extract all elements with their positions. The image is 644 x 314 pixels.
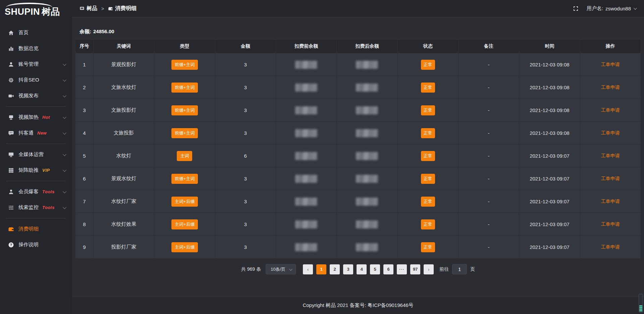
breadcrumb-consumption-detail[interactable]: 消费明细 [108, 5, 137, 12]
sidebar-item-label: 视频发布 [18, 93, 39, 99]
user-menu[interactable]: 用户名: zswodun88 [587, 5, 636, 12]
monitor-icon [8, 151, 14, 158]
cell-balance-after [337, 76, 397, 99]
sidebar-item-label: 操作说明 [18, 242, 39, 248]
column-header: 扣费前余额 [276, 40, 336, 53]
page-button-97[interactable]: 97 [410, 264, 420, 274]
page-button-6[interactable]: 6 [383, 264, 393, 274]
cell-keyword: 水纹灯厂家 [93, 190, 154, 213]
cell-status: 正常 [397, 190, 458, 213]
sidebar-item-badge: Tools [42, 189, 55, 194]
cell-action: 工单申请 [580, 53, 641, 76]
page-size-select[interactable]: 10条/页 [266, 264, 296, 274]
sidebar-item-member-baoke[interactable]: 会员爆客Tools [0, 184, 72, 200]
cell-balance-after [337, 236, 397, 259]
cell-type: 前缀+主词 [154, 167, 215, 190]
sidebar-item-home[interactable]: 首页 [0, 25, 72, 41]
sidebar-item-consumption-detail[interactable]: 消费明细 [0, 221, 72, 237]
sidebar-item-label: 矩阵助推 [18, 167, 39, 173]
masked-value [295, 220, 317, 228]
question-icon: ? [8, 242, 14, 248]
cell-remark: - [458, 53, 519, 76]
cell-balance-after [337, 190, 397, 213]
sidebar-item-media-operation[interactable]: 全媒体运营 [0, 147, 72, 162]
cell-amount: 3 [215, 213, 276, 236]
work-order-apply-link[interactable]: 工单申请 [601, 107, 620, 113]
sidebar-item-label: 视频加热 [18, 114, 39, 120]
cell-time: 2021-12-03 09:08 [519, 99, 580, 122]
sidebar-item-data-overview[interactable]: 数据总览 [0, 41, 72, 56]
sidebar-item-douketong[interactable]: 抖客通New [0, 125, 72, 141]
sidebar-item-label: 线索监控 [18, 204, 39, 211]
column-header: 类型 [154, 40, 215, 53]
table-body: 1景观投影灯前缀+主词3正常-2021-12-03 09:08工单申请2文旅水纹… [75, 53, 641, 259]
masked-value [295, 243, 317, 251]
cell-remark: - [458, 122, 519, 145]
work-order-apply-link[interactable]: 工单申请 [601, 244, 620, 250]
cell-time: 2021-12-03 09:07 [519, 145, 580, 167]
work-order-apply-link[interactable]: 工单申请 [601, 199, 620, 204]
sidebar-item-video-heat[interactable]: 视频加热Hot [0, 109, 72, 125]
masked-value [356, 220, 378, 228]
cell-time: 2021-12-03 09:07 [519, 167, 580, 190]
topbar-right: 用户名: zswodun88 [573, 5, 636, 12]
breadcrumb-separator: > [101, 6, 104, 11]
page-ellipsis-button[interactable]: ··· [397, 264, 407, 274]
work-order-apply-link[interactable]: 工单申请 [601, 221, 620, 227]
cell-keyword: 景观水纹灯 [93, 167, 154, 190]
masked-value [356, 198, 378, 206]
page-button-3[interactable]: 3 [343, 264, 353, 274]
cell-remark: - [458, 145, 519, 167]
page-button-1[interactable]: 1 [316, 264, 326, 274]
work-order-apply-link[interactable]: 工单申请 [601, 85, 620, 90]
cell-keyword: 文旅水纹灯 [93, 76, 154, 99]
cell-status: 正常 [397, 122, 458, 145]
scroll-widget[interactable] [639, 294, 643, 313]
cell-index: 6 [75, 167, 94, 190]
svg-text:?: ? [10, 243, 12, 247]
logo-chinese: 树品 [42, 7, 60, 17]
page-button-2[interactable]: 2 [330, 264, 340, 274]
cell-type: 前缀+主词 [154, 99, 215, 122]
page-button-5[interactable]: 5 [370, 264, 380, 274]
breadcrumb-shupin[interactable]: 树品 [79, 5, 97, 12]
sidebar-item-clue-monitor[interactable]: 线索监控Tools [0, 200, 72, 215]
cell-balance-before [276, 167, 336, 190]
cell-amount: 3 [215, 190, 276, 213]
cell-time: 2021-12-03 09:08 [519, 122, 580, 145]
work-order-apply-link[interactable]: 工单申请 [601, 176, 620, 181]
wallet-small-icon [108, 6, 113, 11]
sidebar-item-badge: New [37, 130, 47, 136]
next-page-button[interactable]: › [424, 264, 434, 274]
cell-action: 工单申请 [580, 99, 641, 122]
sidebar-item-label: 抖客通 [18, 130, 34, 136]
work-order-apply-link[interactable]: 工单申请 [601, 153, 620, 158]
type-badge: 主词 [177, 151, 192, 161]
cell-index: 4 [75, 122, 94, 145]
sidebar-item-matrix-boost[interactable]: 矩阵助推VIP [0, 162, 72, 178]
status-badge: 正常 [421, 60, 435, 70]
work-order-apply-link[interactable]: 工单申请 [601, 130, 620, 136]
fullscreen-icon[interactable] [573, 6, 579, 11]
cell-balance-before [276, 236, 336, 259]
user-icon [8, 61, 14, 67]
sidebar-item-operation-guide[interactable]: ?操作说明 [0, 237, 72, 253]
goto-page-input[interactable] [452, 264, 467, 274]
cell-amount: 3 [215, 122, 276, 145]
chevron-down-icon [63, 205, 66, 209]
page-button-4[interactable]: 4 [357, 264, 367, 274]
sidebar-item-douyin-seo[interactable]: 抖音SEO [0, 72, 72, 88]
work-order-apply-link[interactable]: 工单申请 [601, 62, 620, 67]
sidebar-divider [6, 181, 66, 181]
sidebar-item-video-publish[interactable]: 视频发布 [0, 88, 72, 104]
cell-time: 2021-12-03 09:07 [519, 190, 580, 213]
sidebar-item-account-management[interactable]: 账号管理 [0, 56, 72, 72]
prev-page-button[interactable]: ‹ [303, 264, 313, 274]
pagination: 共 969 条 10条/页 ‹ 123456···97 › 前往 页 [72, 264, 644, 274]
sidebar-divider [6, 144, 66, 144]
column-header: 备注 [458, 40, 519, 53]
cell-index: 2 [75, 76, 94, 99]
cell-remark: - [458, 76, 519, 99]
table-row: 5水纹灯主词6正常-2021-12-03 09:07工单申请 [75, 145, 641, 167]
topbar: 树品>消费明细 用户名: zswodun88 [72, 0, 644, 17]
